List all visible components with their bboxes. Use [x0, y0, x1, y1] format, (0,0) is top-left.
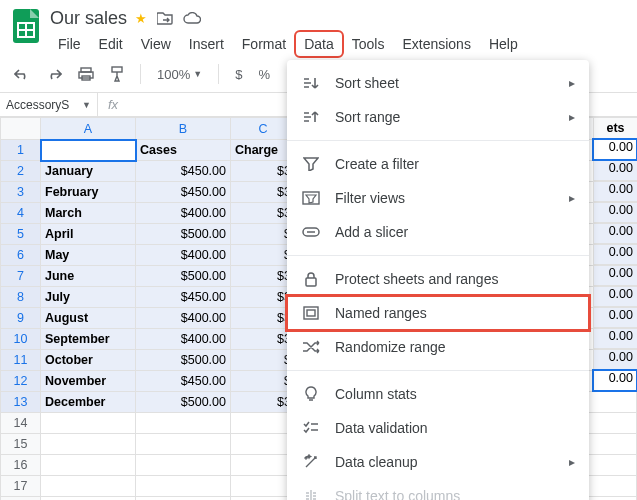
- cell[interactable]: Cases: [136, 140, 231, 161]
- filter-views-icon: [301, 188, 321, 208]
- menu-data[interactable]: Data: [296, 32, 342, 56]
- fx-label: fx: [98, 97, 128, 112]
- zoom-select[interactable]: 100%▼: [153, 63, 206, 86]
- svg-rect-13: [307, 310, 315, 316]
- star-icon[interactable]: ★: [135, 11, 147, 26]
- menu-named-ranges[interactable]: Named ranges: [287, 296, 589, 330]
- named-ranges-icon: [301, 303, 321, 323]
- col-head-b[interactable]: B: [136, 118, 231, 140]
- menu-tools[interactable]: Tools: [344, 32, 393, 56]
- menu-randomize-range[interactable]: Randomize range: [287, 330, 589, 364]
- svg-rect-7: [112, 67, 122, 72]
- submenu-arrow-icon: ▸: [569, 110, 575, 124]
- svg-rect-11: [306, 278, 316, 286]
- col-head-a[interactable]: A: [41, 118, 136, 140]
- split-icon: [301, 486, 321, 500]
- row-head[interactable]: 1: [1, 140, 41, 161]
- menu-protect-sheets[interactable]: Protect sheets and ranges: [287, 262, 589, 296]
- cell[interactable]: Charge: [231, 140, 296, 161]
- svg-rect-12: [304, 307, 318, 319]
- checklist-icon: [301, 418, 321, 438]
- menu-data-validation[interactable]: Data validation: [287, 411, 589, 445]
- data-menu-dropdown: Sort sheet ▸ Sort range ▸ Create a filte…: [287, 60, 589, 500]
- submenu-arrow-icon: ▸: [569, 191, 575, 205]
- shuffle-icon: [301, 337, 321, 357]
- menu-format[interactable]: Format: [234, 32, 294, 56]
- undo-icon[interactable]: [10, 63, 34, 85]
- menu-data-cleanup[interactable]: Data cleanup ▸: [287, 445, 589, 479]
- svg-rect-5: [79, 72, 93, 78]
- menu-create-filter[interactable]: Create a filter: [287, 147, 589, 181]
- paint-format-icon[interactable]: [106, 62, 128, 86]
- menu-file[interactable]: File: [50, 32, 89, 56]
- menubar: File Edit View Insert Format Data Tools …: [50, 32, 629, 56]
- wand-icon: [301, 452, 321, 472]
- cloud-status-icon[interactable]: [183, 12, 201, 24]
- cell[interactable]: [41, 140, 136, 161]
- menu-help[interactable]: Help: [481, 32, 526, 56]
- select-all-corner[interactable]: [1, 118, 41, 140]
- col-head-c[interactable]: C: [231, 118, 296, 140]
- peek-column: ets 0.00 0.00 0.00 0.00 0.00 0.00 0.00 0…: [593, 117, 637, 391]
- menu-add-slicer[interactable]: Add a slicer: [287, 215, 589, 249]
- submenu-arrow-icon: ▸: [569, 455, 575, 469]
- format-percent[interactable]: %: [254, 63, 274, 86]
- sheets-logo[interactable]: [8, 8, 44, 44]
- menu-sort-sheet[interactable]: Sort sheet ▸: [287, 66, 589, 100]
- sort-range-icon: [301, 107, 321, 127]
- format-currency[interactable]: $: [231, 63, 246, 86]
- lock-icon: [301, 269, 321, 289]
- print-icon[interactable]: [74, 63, 98, 85]
- menu-view[interactable]: View: [133, 32, 179, 56]
- menu-column-stats[interactable]: Column stats: [287, 377, 589, 411]
- name-box[interactable]: AccessoryS▼: [0, 93, 98, 116]
- menu-extensions[interactable]: Extensions: [394, 32, 478, 56]
- lightbulb-icon: [301, 384, 321, 404]
- submenu-arrow-icon: ▸: [569, 76, 575, 90]
- move-folder-icon[interactable]: [157, 11, 173, 25]
- menu-filter-views[interactable]: Filter views ▸: [287, 181, 589, 215]
- sort-sheet-icon: [301, 73, 321, 93]
- menu-insert[interactable]: Insert: [181, 32, 232, 56]
- doc-title[interactable]: Our sales: [50, 8, 127, 29]
- menu-sort-range[interactable]: Sort range ▸: [287, 100, 589, 134]
- redo-icon[interactable]: [42, 63, 66, 85]
- menu-split-text: Split text to columns: [287, 479, 589, 500]
- slicer-icon: [301, 222, 321, 242]
- menu-edit[interactable]: Edit: [91, 32, 131, 56]
- filter-icon: [301, 154, 321, 174]
